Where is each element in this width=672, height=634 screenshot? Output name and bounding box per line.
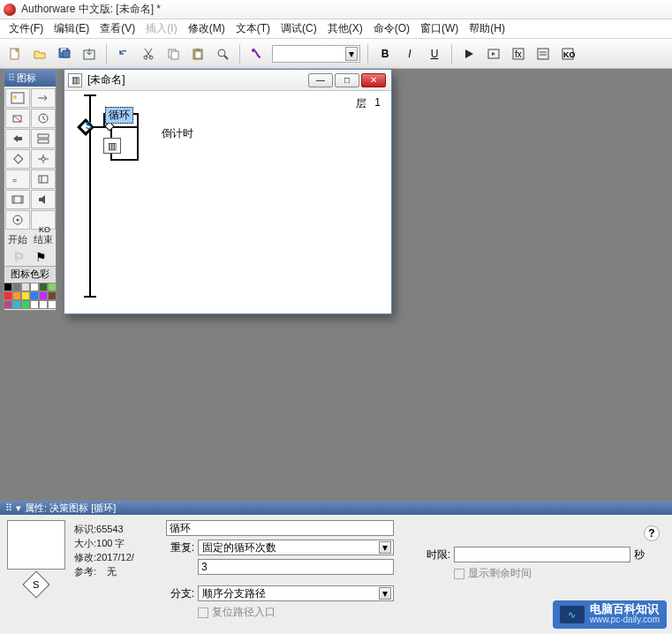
menu-insert[interactable]: 插入(I) — [140, 19, 182, 38]
color-swatch[interactable] — [39, 300, 48, 309]
save-all-button[interactable] — [55, 44, 74, 64]
color-swatch[interactable] — [30, 300, 39, 309]
sound-icon[interactable] — [31, 190, 56, 209]
knowledge-button[interactable]: KO — [558, 44, 578, 64]
svg-rect-10 — [195, 51, 201, 58]
menu-help[interactable]: 帮助(H) — [464, 19, 510, 38]
color-swatch[interactable] — [21, 300, 30, 309]
import-button[interactable] — [79, 44, 99, 64]
color-swatch[interactable] — [21, 291, 30, 300]
framework-icon[interactable] — [31, 129, 56, 148]
color-swatch[interactable] — [4, 291, 12, 300]
end-flag-icon[interactable]: ⚑ — [35, 250, 47, 264]
menu-other[interactable]: 其他(X) — [322, 19, 368, 38]
design-window[interactable]: ▥ [未命名] — □ ✕ 层 1 S 循环 ▥ 倒计时 — [64, 69, 392, 314]
navigate-icon[interactable] — [5, 129, 30, 148]
color-swatch[interactable] — [48, 291, 57, 300]
menu-command[interactable]: 命令(O) — [368, 19, 415, 38]
decision-icon[interactable] — [5, 149, 30, 169]
design-title-bar[interactable]: ▥ [未命名] — □ ✕ — [64, 70, 391, 91]
branch-label: 分支: — [166, 586, 194, 601]
movie-icon[interactable] — [5, 190, 30, 209]
help-button[interactable]: ? — [644, 525, 660, 541]
color-swatch[interactable] — [39, 291, 48, 300]
color-swatch[interactable] — [4, 300, 12, 309]
palette-title[interactable]: ⠿ 图标 — [4, 70, 56, 87]
palette-title-text: 图标 — [17, 72, 36, 85]
knowledge-object-icon[interactable]: KO — [31, 210, 56, 230]
watermark-en: www.pc-daily.com — [590, 615, 660, 625]
run-button[interactable] — [459, 44, 479, 64]
dvd-icon[interactable] — [5, 210, 30, 230]
map-icon-node[interactable]: ▥ — [103, 138, 121, 154]
color-swatch[interactable] — [21, 283, 30, 291]
menu-file[interactable]: 文件(F) — [4, 19, 49, 38]
map-tool-icon[interactable] — [31, 170, 56, 189]
underline-button[interactable]: U — [425, 44, 444, 64]
motion-icon[interactable] — [31, 88, 56, 108]
name-input[interactable] — [166, 520, 394, 536]
start-flag-icon[interactable]: ⚐ — [13, 250, 25, 264]
minimize-button[interactable]: — — [308, 73, 333, 87]
italic-button[interactable]: I — [400, 44, 419, 64]
cut-button[interactable] — [139, 44, 158, 64]
style-combo[interactable]: ▾ — [272, 45, 360, 63]
display-icon[interactable] — [5, 88, 30, 108]
svg-marker-17 — [492, 52, 495, 56]
reset-checkbox[interactable] — [198, 608, 208, 618]
icon-palette[interactable]: ⠿ 图标 = KO 开始 结束 ⚐ ⚑ 图标色彩 — [4, 69, 57, 311]
repeat-count-input[interactable] — [198, 559, 394, 575]
reset-label: 复位路径入口 — [212, 605, 276, 620]
watermark-icon: ∿ — [560, 606, 585, 623]
chevron-down-icon[interactable]: ▾ — [379, 587, 391, 600]
color-swatch[interactable] — [30, 283, 39, 291]
new-button[interactable] — [5, 44, 25, 64]
wait-icon[interactable] — [31, 109, 56, 128]
title-bar: Authorware 中文版: [未命名] * — [0, 0, 672, 19]
branch-dropdown[interactable]: 顺序分支路径▾ — [198, 585, 394, 601]
color-swatch[interactable] — [48, 283, 57, 291]
close-button[interactable]: ✕ — [361, 73, 386, 87]
color-swatch[interactable] — [12, 283, 21, 291]
loop-label[interactable]: 循环 — [105, 107, 133, 124]
chevron-down-icon[interactable]: ▾ — [345, 47, 358, 61]
menu-edit[interactable]: 编辑(E) — [49, 19, 94, 38]
style-button[interactable] — [247, 44, 267, 64]
color-swatch[interactable] — [39, 283, 48, 291]
svg-rect-25 — [11, 93, 24, 103]
copy-button[interactable] — [163, 44, 183, 64]
functions-button[interactable]: fx — [509, 44, 528, 64]
find-button[interactable] — [213, 44, 232, 64]
color-swatch[interactable] — [12, 300, 21, 309]
paste-button[interactable] — [188, 44, 208, 64]
color-swatch[interactable] — [30, 291, 39, 300]
menu-window[interactable]: 窗口(W) — [415, 19, 464, 38]
countdown-label[interactable]: 倒计时 — [162, 126, 193, 141]
calculation-icon[interactable]: = — [5, 170, 30, 189]
start-label: 开始 — [8, 233, 27, 246]
menu-text[interactable]: 文本(T) — [230, 19, 276, 38]
time-input[interactable] — [454, 547, 630, 562]
control-panel-button[interactable] — [484, 44, 503, 64]
open-button[interactable] — [30, 44, 49, 64]
erase-icon[interactable] — [5, 109, 30, 128]
color-swatch[interactable] — [48, 300, 57, 309]
undo-button[interactable] — [114, 44, 133, 64]
grip-icon: ⠿ — [8, 72, 13, 84]
menu-view[interactable]: 查看(V) — [94, 19, 140, 38]
chevron-down-icon[interactable]: ▾ — [379, 541, 391, 554]
preview-decision-icon[interactable]: S — [22, 570, 49, 598]
maximize-button[interactable]: □ — [335, 73, 359, 87]
svg-rect-36 — [39, 176, 48, 183]
design-body[interactable]: 层 1 S 循环 ▥ 倒计时 — [64, 91, 391, 313]
property-header[interactable]: ⠿ ▾ 属性: 决策图标 [循环] — [0, 501, 672, 515]
interaction-icon[interactable] — [31, 149, 56, 169]
variables-button[interactable] — [533, 44, 553, 64]
color-swatch[interactable] — [4, 283, 12, 291]
menu-debug[interactable]: 调试(C) — [276, 19, 322, 38]
show-remaining-checkbox[interactable] — [454, 569, 464, 579]
menu-modify[interactable]: 修改(M) — [183, 19, 230, 38]
repeat-dropdown[interactable]: 固定的循环次数▾ — [198, 540, 394, 555]
bold-button[interactable]: B — [375, 44, 395, 64]
color-swatch[interactable] — [12, 291, 21, 300]
